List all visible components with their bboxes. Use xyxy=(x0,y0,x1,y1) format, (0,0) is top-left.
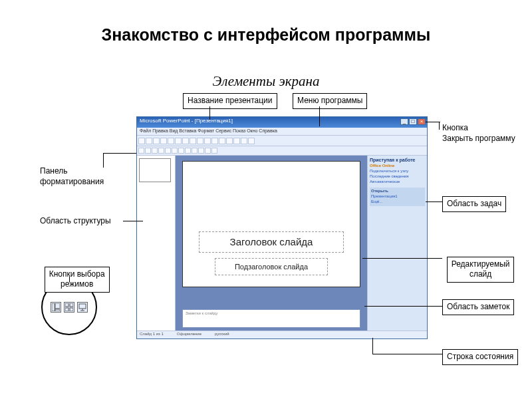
callout-status-bar: Строка состояния xyxy=(442,349,518,365)
titlebar: Microsoft PowerPoint - [Презентация1] _ … xyxy=(137,117,427,128)
formatting-toolbar[interactable] xyxy=(137,146,427,156)
slide-subtitle-placeholder[interactable]: Подзаголовок слайда xyxy=(215,258,328,275)
slide-thumbnail[interactable] xyxy=(139,158,171,182)
status-template: Оформление xyxy=(177,332,201,338)
maximize-button[interactable]: □ xyxy=(409,118,417,125)
window-title: Microsoft PowerPoint - [Презентация1] xyxy=(140,118,233,124)
taskpane-link[interactable]: Подключиться к узлу xyxy=(370,169,425,173)
callout-task-pane: Область задач xyxy=(442,196,506,212)
svg-rect-4 xyxy=(70,303,73,307)
taskpane-link[interactable]: Последние сведения xyxy=(370,174,425,178)
normal-view-icon[interactable] xyxy=(51,302,61,313)
notes-pane[interactable]: Заметки к слайду xyxy=(182,309,360,328)
standard-toolbar[interactable] xyxy=(137,136,427,146)
slide-canvas[interactable]: Заголовок слайда Подзаголовок слайда xyxy=(182,161,360,287)
callout-presentation-name: Название презентации xyxy=(183,93,277,109)
status-bar: Слайд 1 из 1 Оформление русский xyxy=(137,331,427,338)
svg-rect-2 xyxy=(55,309,60,311)
taskpane-open-item[interactable]: Ещё... xyxy=(371,200,424,203)
callout-close-button: Кнопка Закрыть программу xyxy=(442,123,515,144)
menu-bar[interactable]: Файл Правка Вид Вставка Формат Сервис По… xyxy=(137,128,427,136)
svg-rect-0 xyxy=(52,303,55,311)
close-button[interactable]: × xyxy=(418,118,426,125)
callout-format-panel: Панель форматирования xyxy=(40,166,104,187)
slideshow-view-icon[interactable] xyxy=(77,302,88,313)
callout-outline-area: Область структуры xyxy=(40,216,111,227)
callout-editing-slide: Редактируемый слайд xyxy=(442,246,514,283)
status-slide: Слайд 1 из 1 xyxy=(140,332,164,338)
taskpane-open-header: Открыть xyxy=(371,189,424,193)
outline-pane[interactable] xyxy=(137,156,176,331)
office-online-link[interactable]: Office Online xyxy=(370,164,425,168)
task-pane[interactable]: Приступая к работе Office Online Подключ… xyxy=(367,156,427,331)
slide-title-placeholder[interactable]: Заголовок слайда xyxy=(199,231,344,253)
taskpane-open-item[interactable]: Презентация1 xyxy=(371,194,424,198)
minimize-button[interactable]: _ xyxy=(400,118,408,125)
taskpane-link[interactable]: Автоматическое xyxy=(370,180,425,184)
taskpane-header: Приступая к работе xyxy=(370,158,425,162)
status-lang: русский xyxy=(215,332,229,338)
page-subtitle: Элементы экрана xyxy=(0,73,532,90)
svg-rect-3 xyxy=(65,303,68,307)
svg-rect-7 xyxy=(79,304,86,309)
svg-rect-6 xyxy=(70,308,73,311)
window-controls: _ □ × xyxy=(400,118,426,125)
svg-rect-1 xyxy=(55,303,60,309)
svg-rect-5 xyxy=(65,308,68,311)
callout-view-buttons: Кнопки выбора режимов xyxy=(40,256,110,293)
sorter-view-icon[interactable] xyxy=(64,302,74,313)
page-title: Знакомство с интерфейсом программы xyxy=(0,25,532,45)
callout-program-menu: Меню программы xyxy=(293,93,367,109)
slide-editor: Заголовок слайда Подзаголовок слайда Зам… xyxy=(176,156,367,331)
callout-notes-area: Область заметок xyxy=(442,299,514,315)
